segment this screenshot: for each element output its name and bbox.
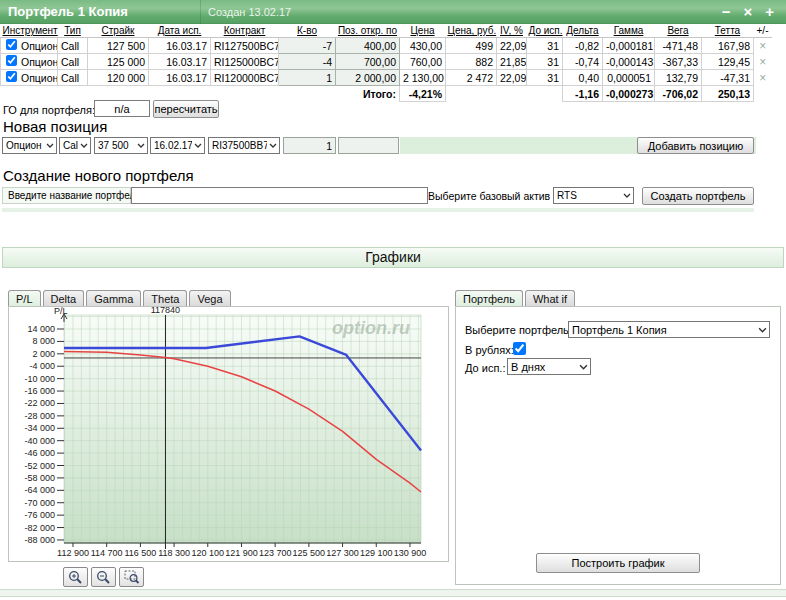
cell-iv: 22,09 — [497, 38, 527, 54]
positions-body: ОпционCall127 50016.03.17RI127500BC7-740… — [1, 38, 772, 102]
svg-text:121 900: 121 900 — [225, 548, 258, 558]
totals-cell-9: 250,13 — [702, 86, 754, 102]
column-header-5[interactable]: К-во — [279, 24, 336, 38]
tab-pl[interactable]: P/L — [8, 290, 41, 307]
margin-input[interactable] — [94, 100, 150, 117]
options-portfolio-app: Портфель 1 Копия Создан 13.02.17 − × + И… — [0, 0, 786, 600]
cell-type: Call — [58, 70, 88, 86]
column-header-12[interactable]: Гамма — [603, 24, 655, 38]
svg-text:-22 000: -22 000 — [24, 398, 55, 408]
recalc-button[interactable]: пересчитать — [153, 100, 219, 118]
add-icon[interactable]: + — [765, 1, 774, 23]
cell-qty: -7 — [279, 38, 336, 54]
svg-text:14 000: 14 000 — [27, 324, 55, 334]
cell-price_rub: 882 — [446, 54, 497, 70]
base-asset-label: Выберите базовый актив — [428, 190, 549, 202]
svg-text:-76 000: -76 000 — [24, 510, 55, 520]
cell-price: 760,00 — [400, 54, 446, 70]
chevron-down-icon — [758, 327, 767, 333]
minimize-icon[interactable]: − — [722, 1, 731, 23]
cell-delete: × — [754, 38, 772, 54]
cell-vega: -367,33 — [655, 54, 702, 70]
chevron-down-icon — [623, 193, 631, 198]
open-price-input[interactable] — [338, 137, 399, 154]
svg-text:120 100: 120 100 — [192, 548, 225, 558]
cell-price: 430,00 — [400, 38, 446, 54]
cell-instrument: Опцион — [1, 70, 58, 86]
svg-text:-46 000: -46 000 — [24, 448, 55, 458]
delete-position-icon[interactable]: × — [759, 39, 766, 53]
add-position-button[interactable]: Добавить позицию — [637, 137, 754, 154]
position-checkbox[interactable] — [6, 39, 17, 50]
svg-text:-4 000: -4 000 — [29, 361, 55, 371]
zoom-out-button[interactable] — [91, 567, 116, 587]
svg-text:127 300: 127 300 — [326, 548, 359, 558]
cell-theta: -47,31 — [702, 70, 754, 86]
column-header-6[interactable]: Поз. откр. по — [336, 24, 400, 38]
create-portfolio-button[interactable]: Создать портфель — [642, 187, 754, 205]
position-checkbox[interactable] — [6, 71, 17, 82]
column-header-13[interactable]: Вега — [655, 24, 702, 38]
delete-position-icon[interactable]: × — [759, 55, 766, 69]
chevron-down-icon — [579, 364, 588, 370]
totals-cell-3 — [446, 86, 497, 102]
bottom-strip — [0, 589, 786, 597]
chevron-down-icon — [80, 143, 88, 148]
select-portfolio-label: Выберите портфель — [465, 324, 569, 336]
base-asset-select[interactable]: RTS — [553, 187, 634, 204]
close-icon[interactable]: × — [743, 1, 752, 23]
zoom-in-button[interactable] — [63, 567, 88, 587]
totals-cell-2: -4,21% — [400, 86, 446, 102]
cell-delta: -0,74 — [563, 54, 603, 70]
tab-vega[interactable]: Vega — [189, 290, 230, 307]
tab-what-if[interactable]: What if — [525, 290, 575, 307]
option-type-select[interactable]: Call — [59, 137, 91, 154]
strike-select[interactable]: 37 500 — [94, 137, 148, 154]
cell-open_pos: 400,00 — [336, 38, 400, 54]
svg-text:-34 000: -34 000 — [24, 423, 55, 433]
column-header-0[interactable]: Инструмент — [1, 24, 58, 38]
column-header-8[interactable]: Цена, руб. — [446, 24, 497, 38]
cell-exp_date: 16.03.17 — [149, 38, 211, 54]
cell-contract: RI127500BC7 — [211, 38, 279, 54]
contract-select[interactable]: RI37500BB7 — [208, 137, 280, 154]
portfolio-name-input[interactable] — [131, 187, 428, 204]
cell-iv: 22,09 — [497, 70, 527, 86]
build-chart-button[interactable]: Построить график — [536, 553, 700, 573]
column-header-1[interactable]: Тип — [58, 24, 88, 38]
position-checkbox[interactable] — [6, 55, 17, 66]
svg-text:129 100: 129 100 — [360, 548, 393, 558]
days-select[interactable]: В днях — [507, 358, 591, 375]
tab-theta[interactable]: Theta — [143, 290, 187, 307]
tab-gamma[interactable]: Gamma — [86, 290, 141, 307]
zoom-selection-button[interactable] — [119, 567, 144, 587]
tab-delta[interactable]: Delta — [43, 290, 85, 307]
column-header-3[interactable]: Дата исп. — [149, 24, 211, 38]
zoom-in-icon — [68, 570, 83, 584]
portfolio-title: Портфель 1 Копия — [8, 4, 196, 19]
cell-days: 31 — [527, 38, 563, 54]
cell-price_rub: 2 472 — [446, 70, 497, 86]
column-header-9[interactable]: IV, % — [497, 24, 527, 38]
exp-date-select[interactable]: 16.02.17М — [150, 137, 205, 154]
portfolio-select[interactable]: Портфель 1 Копия — [568, 321, 770, 338]
instrument-select[interactable]: Опцион — [2, 137, 57, 154]
tab-portfolio[interactable]: Портфель — [455, 290, 523, 307]
column-header-11[interactable]: Дельта — [563, 24, 603, 38]
totals-cell-10 — [754, 86, 772, 102]
column-header-7[interactable]: Цена — [400, 24, 446, 38]
delete-position-icon[interactable]: × — [759, 71, 766, 85]
position-row: ОпционCall127 50016.03.17RI127500BC7-740… — [1, 38, 772, 54]
svg-text:-58 000: -58 000 — [24, 473, 55, 483]
cell-contract: RI125000BC7 — [211, 54, 279, 70]
position-row: ОпционCall120 00016.03.17RI120000BC712 0… — [1, 70, 772, 86]
column-header-4[interactable]: Контракт — [211, 24, 279, 38]
cell-vega: -471,48 — [655, 38, 702, 54]
rubles-checkbox[interactable] — [513, 342, 526, 355]
column-header-14[interactable]: Тетта — [702, 24, 754, 38]
portfolio-name-label: Введите название портфеля — [2, 187, 131, 204]
column-header-10[interactable]: До исп. — [527, 24, 563, 38]
chevron-down-icon — [269, 143, 277, 148]
qty-input[interactable] — [283, 137, 336, 154]
column-header-2[interactable]: Страйк — [88, 24, 149, 38]
